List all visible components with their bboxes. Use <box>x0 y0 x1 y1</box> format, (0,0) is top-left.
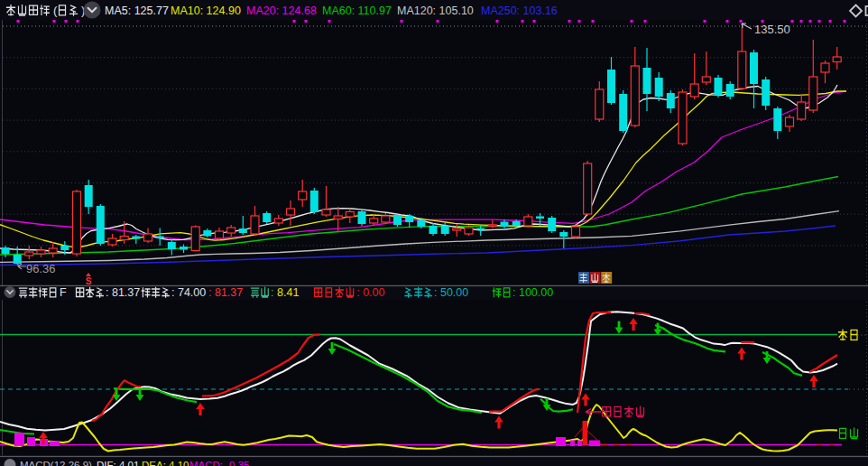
svg-text:DEA: 4.10: DEA: 4.10 <box>142 460 189 466</box>
svg-text:: 100.00: : 100.00 <box>512 286 553 299</box>
svg-text:DIF: 4.01: DIF: 4.01 <box>97 460 139 466</box>
svg-text:MA250: 103.16: MA250: 103.16 <box>481 5 558 17</box>
svg-text:MA120: 105.10: MA120: 105.10 <box>397 5 474 17</box>
svg-text:MACD: -0.35: MACD: -0.35 <box>189 460 249 466</box>
svg-text:: 74.00: : 74.00 <box>171 286 206 299</box>
svg-text:MA5: 125.77: MA5: 125.77 <box>105 5 169 17</box>
svg-text::: : <box>271 286 273 299</box>
svg-text:MA10: 124.90: MA10: 124.90 <box>171 5 241 17</box>
svg-text:MA20: 124.68: MA20: 124.68 <box>246 5 317 17</box>
svg-text:MACD(12,26,9): MACD(12,26,9) <box>20 460 92 466</box>
svg-text:: 81.37: : 81.37 <box>208 286 243 299</box>
svg-text:: 81.37: : 81.37 <box>106 286 140 299</box>
svg-text:96.36: 96.36 <box>26 262 56 275</box>
svg-text:135.50: 135.50 <box>754 23 790 36</box>
svg-text:8.41: 8.41 <box>277 286 299 299</box>
svg-text:MA60: 110.97: MA60: 110.97 <box>322 5 392 17</box>
svg-text:F: F <box>60 286 67 299</box>
svg-text:(: ( <box>53 4 58 17</box>
svg-text:S: S <box>86 276 92 286</box>
svg-text:: 50.00: : 50.00 <box>434 286 468 299</box>
svg-text:: 0.00: : 0.00 <box>356 286 384 299</box>
